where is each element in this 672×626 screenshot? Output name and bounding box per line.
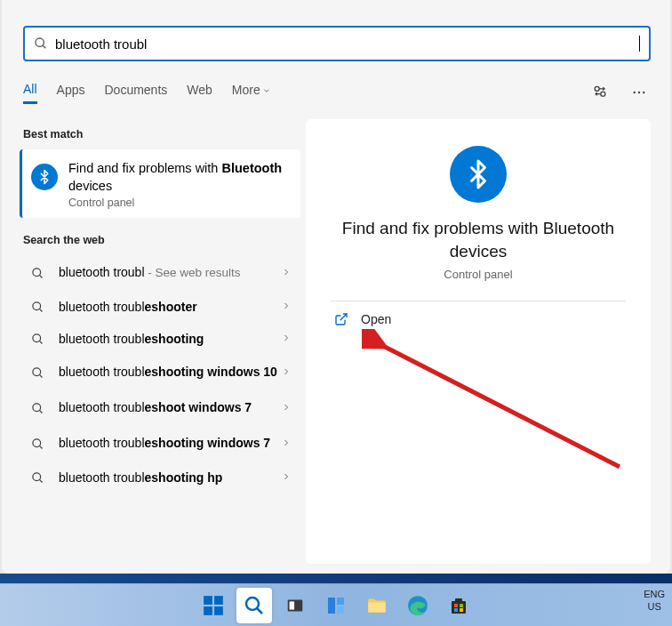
- detail-title: Find and fix problems with Bluetooth dev…: [322, 217, 635, 262]
- svg-point-19: [32, 473, 40, 481]
- search-icon: [34, 36, 48, 51]
- svg-line-28: [257, 608, 262, 614]
- svg-rect-37: [455, 598, 462, 602]
- svg-point-13: [32, 368, 40, 376]
- svg-line-10: [39, 309, 42, 311]
- svg-rect-32: [337, 598, 344, 605]
- svg-rect-39: [460, 604, 463, 607]
- svg-rect-30: [290, 601, 295, 609]
- search-panel: bluetooth troubl All Apps Documents Web …: [2, 0, 670, 574]
- tab-web[interactable]: Web: [187, 83, 212, 102]
- svg-line-20: [39, 479, 42, 482]
- web-result-text: bluetooth troubleshooting hp: [59, 470, 281, 485]
- tab-more[interactable]: More: [232, 83, 271, 102]
- svg-rect-41: [460, 608, 463, 612]
- svg-point-27: [246, 598, 259, 610]
- task-view-button[interactable]: [277, 588, 313, 623]
- search-button[interactable]: [236, 588, 272, 623]
- svg-point-17: [32, 439, 40, 447]
- results-column: Best match Find and fix problems with Bl…: [20, 119, 300, 494]
- open-label: Open: [361, 312, 391, 326]
- svg-line-18: [39, 446, 42, 449]
- svg-point-4: [634, 92, 636, 93]
- svg-line-12: [39, 341, 42, 343]
- web-result[interactable]: bluetooth troubl - See web results: [20, 255, 300, 291]
- svg-rect-26: [214, 606, 223, 615]
- filter-tabs: All Apps Documents Web More: [23, 80, 649, 105]
- web-result-text: bluetooth troubleshooting: [59, 332, 281, 346]
- web-result-text: bluetooth troubleshooting windows 7: [59, 436, 281, 450]
- svg-rect-31: [328, 598, 335, 614]
- svg-point-3: [601, 92, 605, 96]
- svg-point-9: [32, 302, 40, 310]
- tab-all[interactable]: All: [23, 82, 37, 104]
- search-icon: [28, 267, 46, 280]
- open-external-icon: [334, 312, 348, 326]
- chevron-down-icon: [262, 86, 271, 95]
- svg-line-21: [340, 314, 347, 320]
- search-icon: [28, 301, 46, 314]
- tab-documents[interactable]: Documents: [104, 83, 167, 102]
- web-result[interactable]: bluetooth troubleshooter: [20, 291, 300, 323]
- store-button[interactable]: [441, 588, 476, 623]
- web-result[interactable]: bluetooth troubleshooting windows 7: [20, 426, 300, 461]
- search-web-label: Search the web: [23, 234, 300, 246]
- search-box[interactable]: bluetooth troubl: [23, 26, 651, 61]
- best-match-title: Find and fix problems with Bluetooth dev…: [68, 160, 292, 195]
- widgets-button[interactable]: [318, 588, 354, 623]
- bluetooth-icon: [31, 164, 58, 190]
- more-options-icon[interactable]: [629, 83, 649, 102]
- svg-point-5: [638, 92, 640, 93]
- svg-line-8: [39, 276, 42, 278]
- svg-point-15: [32, 404, 40, 412]
- best-match-subtitle: Control panel: [68, 197, 292, 209]
- tab-apps[interactable]: Apps: [57, 83, 85, 102]
- taskbar: ENG US: [0, 583, 672, 626]
- chevron-right-icon: [281, 299, 292, 315]
- svg-point-0: [36, 38, 44, 46]
- bluetooth-icon: [450, 146, 507, 203]
- search-icon: [28, 366, 46, 380]
- file-explorer-button[interactable]: [359, 588, 395, 623]
- svg-rect-38: [454, 604, 458, 607]
- web-result[interactable]: bluetooth troubleshooting: [20, 323, 300, 355]
- svg-line-14: [39, 375, 42, 378]
- svg-rect-33: [337, 606, 344, 614]
- chevron-right-icon: [281, 331, 292, 347]
- chevron-right-icon: [281, 265, 292, 281]
- best-match-result[interactable]: Find and fix problems with Bluetooth dev…: [20, 149, 300, 218]
- svg-line-1: [43, 45, 45, 48]
- web-result-text: bluetooth troubleshoot windows 7: [59, 400, 281, 414]
- svg-rect-24: [214, 596, 223, 605]
- chevron-right-icon: [281, 436, 292, 452]
- search-icon: [28, 402, 46, 415]
- web-result[interactable]: bluetooth troubleshoot windows 7: [20, 390, 300, 426]
- language-indicator[interactable]: ENG US: [644, 588, 665, 614]
- web-result-text: bluetooth troubleshooting windows 10: [59, 365, 281, 379]
- account-switch-icon[interactable]: [590, 83, 610, 102]
- svg-point-2: [595, 86, 599, 91]
- svg-point-11: [32, 334, 40, 342]
- chevron-right-icon: [281, 400, 292, 416]
- detail-panel: Find and fix problems with Bluetooth dev…: [306, 119, 651, 564]
- start-button[interactable]: [196, 588, 231, 623]
- detail-subtitle: Control panel: [322, 268, 635, 281]
- best-match-label: Best match: [23, 128, 300, 140]
- edge-button[interactable]: [400, 588, 436, 623]
- text-caret: [639, 36, 640, 52]
- svg-line-16: [39, 411, 42, 413]
- search-icon: [28, 437, 46, 451]
- svg-rect-40: [454, 608, 458, 612]
- svg-rect-25: [204, 606, 212, 615]
- open-action[interactable]: Open: [322, 301, 635, 337]
- chevron-right-icon: [281, 470, 292, 486]
- web-result-text: bluetooth troubleshooter: [59, 300, 281, 314]
- search-icon: [28, 471, 46, 485]
- web-result[interactable]: bluetooth troubleshooting windows 10: [20, 355, 300, 390]
- web-result[interactable]: bluetooth troubleshooting hp: [20, 461, 300, 494]
- web-results-list: bluetooth troubl - See web resultsblueto…: [20, 255, 300, 494]
- search-icon: [28, 333, 46, 346]
- svg-point-6: [643, 92, 644, 93]
- svg-rect-36: [452, 601, 466, 614]
- svg-point-7: [32, 269, 40, 277]
